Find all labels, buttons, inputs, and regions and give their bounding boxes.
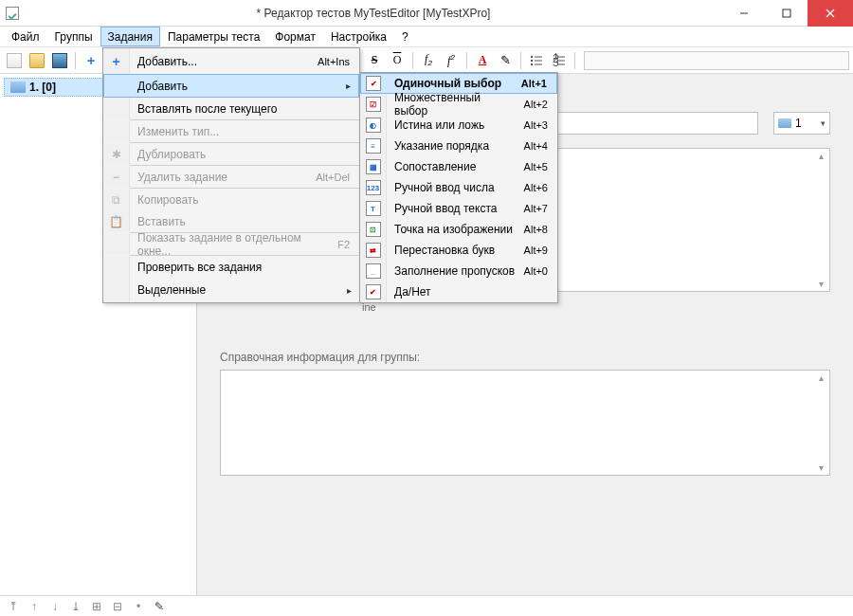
menu-tasks[interactable]: Задания [100,27,160,46]
number-list-button[interactable]: 123 [549,50,570,71]
svg-point-4 [531,55,533,57]
svg-point-8 [531,63,533,64]
scroll-down-icon[interactable]: ▾ [814,279,827,289]
dd-paste: 📋 Вставить [103,210,359,232]
sub-multi-choice[interactable]: ☑ Множественный выбор Alt+2 [360,94,557,115]
image-point-icon: ⊡ [366,222,381,237]
move-bottom-icon[interactable]: ⤓ [68,599,83,614]
chevron-right-icon: ▸ [347,285,352,296]
dd-check-all[interactable]: Проверить все задания [103,256,359,278]
menu-groups[interactable]: Группы [47,27,100,46]
letter-shuffle-icon: ⇄ [366,243,381,258]
move-top-icon[interactable]: ⤒ [6,599,21,614]
matching-icon: ▦ [366,159,381,174]
scroll-up-icon[interactable]: ▴ [814,372,827,383]
folder-icon [10,82,26,93]
menu-settings[interactable]: Настройка [323,27,394,46]
app-icon [6,7,19,20]
dd-show-separate: Показать задание в отдельном окне... F2 [103,233,359,255]
duplicate-icon: ✱ [112,148,121,161]
ref-label: Справочная информация для группы: [220,351,830,364]
remove-icon[interactable]: ⊟ [110,599,125,614]
ordering-icon: ≡ [366,138,381,154]
minimize-button[interactable] [722,0,765,27]
add-icon[interactable]: ⊞ [89,599,104,614]
minus-icon: − [113,171,119,184]
menu-help[interactable]: ? [394,27,416,46]
sub-matching[interactable]: ▦ Сопоставление Alt+5 [360,156,557,177]
overline-button[interactable]: O [387,50,408,71]
menu-format[interactable]: Формат [267,27,323,46]
svg-text:3: 3 [553,56,559,68]
text-input-icon: T [366,201,381,216]
dd-copy: ⧉ Копировать [103,189,359,210]
window-title: * Редактор тестов MyTestEditor [MyTestXP… [25,7,722,20]
svg-rect-1 [783,9,790,17]
add-button[interactable]: + [81,50,101,71]
bullet-list-button[interactable] [526,50,547,71]
menubar: Файл Группы Задания Параметры теста Форм… [0,27,853,47]
sub-ordering[interactable]: ≡ Указание порядка Alt+4 [360,136,557,156]
sub-image-point[interactable]: ⊡ Точка на изображении Alt+8 [360,219,557,240]
plus-icon: + [112,54,119,69]
wand-icon[interactable]: ✎ [152,599,167,614]
folder-icon [778,118,791,128]
subscript-button[interactable]: f2 [418,50,439,71]
fill-blanks-icon: _ [366,263,381,279]
yes-no-icon: ✔ [366,284,381,299]
dd-insert-after[interactable]: Вставлять после текущего [103,98,359,119]
svg-point-6 [531,59,533,61]
sub-yes-no[interactable]: ✔ Да/Нет [360,281,557,302]
scroll-down-icon[interactable]: ▾ [814,462,827,473]
dot-icon[interactable]: • [131,599,146,614]
font-color-button[interactable]: A [472,50,493,71]
chevron-down-icon: ▾ [821,118,826,128]
single-choice-icon: ✔ [366,76,381,91]
move-down-icon[interactable]: ↓ [47,599,63,614]
group-icon-combo[interactable]: 1 ▾ [773,112,830,135]
maximize-button[interactable] [765,0,808,27]
open-button[interactable] [27,50,47,71]
superscript-button[interactable]: f2 [441,50,462,71]
save-button[interactable] [49,50,70,71]
group-ref-textarea[interactable]: ▴ ▾ [220,370,830,476]
dd-add-submenu[interactable]: Добавить ▸ [103,74,359,98]
sub-fill-blanks[interactable]: _ Заполнение пропусков Alt+0 [360,261,557,281]
combo-value: 1 [795,117,802,130]
sub-letter-shuffle[interactable]: ⇄ Перестановка букв Alt+9 [360,240,557,261]
true-false-icon: ◐ [366,118,381,133]
menu-file[interactable]: Файл [4,27,47,46]
dd-selected[interactable]: Выделенные ▸ [103,278,359,302]
scroll-up-icon[interactable]: ▴ [814,151,827,161]
number-input-icon: 123 [366,180,381,195]
chevron-right-icon: ▸ [346,81,351,91]
tree-item-label: 1. [0] [29,81,56,94]
menu-params[interactable]: Параметры теста [160,27,267,46]
sub-number-input[interactable]: 123 Ручной ввод числа Alt+6 [360,177,557,198]
statusbar: ⤒ ↑ ↓ ⤓ ⊞ ⊟ • ✎ [0,595,853,616]
dd-duplicate: ✱ Дублировать [103,143,359,165]
highlight-button[interactable]: ✎ [495,50,516,71]
move-up-icon[interactable]: ↑ [27,599,42,614]
dd-delete: − Удалить задание Alt+Del [103,166,359,188]
new-button[interactable] [4,50,25,71]
toolbar-spacer [584,51,849,70]
add-submenu: ✔ Одиночный выбор Alt+1 ☑ Множественный … [359,72,558,303]
close-button[interactable] [808,0,853,27]
multi-choice-icon: ☑ [366,97,381,112]
sub-text-input[interactable]: T Ручной ввод текста Alt+7 [360,198,557,219]
titlebar: * Редактор тестов MyTestEditor [MyTestXP… [0,0,853,27]
dd-add[interactable]: + Добавить... Alt+Ins [103,48,359,74]
dd-change-type: Изменить тип... [103,120,359,142]
tasks-dropdown: + Добавить... Alt+Ins Добавить ▸ Вставля… [102,47,360,303]
copy-icon: ⧉ [112,193,120,207]
strikethrough-button[interactable]: S [364,50,385,71]
paste-icon: 📋 [109,215,123,228]
sub-true-false[interactable]: ◐ Истина или ложь Alt+3 [360,115,557,136]
